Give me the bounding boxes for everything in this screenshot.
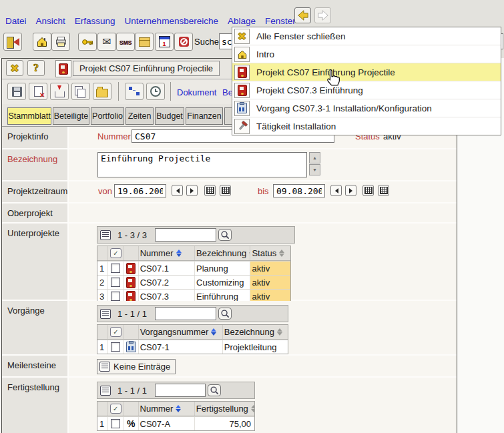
label-meilensteine: Meilensteine bbox=[2, 356, 69, 376]
menu-item-taetigkeit-installation[interactable]: Tätigkeit Installation bbox=[232, 117, 501, 135]
menu-unternehmensbereiche[interactable]: Unternehmensbereiche bbox=[125, 16, 218, 26]
history-button[interactable] bbox=[146, 83, 165, 100]
print-button[interactable] bbox=[51, 33, 70, 51]
mail-button[interactable] bbox=[97, 33, 116, 51]
fertigstellung-table: Nummer Fertigstellung 1 CS07-A 75,00 bbox=[97, 401, 255, 431]
label-fertigstellung: Fertigstellung bbox=[2, 378, 69, 433]
row-checkbox[interactable] bbox=[111, 264, 120, 273]
column-header-vorgangsnummer[interactable]: Vorgangsnummer bbox=[139, 325, 223, 339]
mini-calendar-icon bbox=[222, 187, 230, 194]
table-header: Vorgangsnummer Bezeichnung bbox=[97, 325, 288, 340]
row-checkbox[interactable] bbox=[111, 278, 120, 287]
menu-datei[interactable]: Datei bbox=[5, 16, 27, 26]
von-date-input[interactable] bbox=[114, 184, 166, 197]
unterprojekte-filter-input[interactable] bbox=[155, 228, 216, 242]
screen: Datei Ansicht Erfassung Unternehmensbere… bbox=[0, 0, 504, 433]
spinner-down-button[interactable]: ▼ bbox=[309, 164, 320, 175]
back-button[interactable] bbox=[294, 7, 311, 23]
home-button[interactable] bbox=[33, 33, 51, 51]
menu-fenster[interactable]: Fenster bbox=[265, 16, 296, 26]
table-row[interactable]: 2 CS07.2 Customizing aktiv bbox=[97, 275, 290, 289]
close-all-icon bbox=[234, 29, 250, 44]
von-next-day-button[interactable] bbox=[186, 185, 198, 196]
bis-prev-day-button[interactable] bbox=[330, 185, 342, 196]
menu-item-projekt-cs07[interactable]: Projekt CS07 Einführung Projectile bbox=[232, 63, 501, 81]
column-header-bezeichnung[interactable]: Bezeichnung bbox=[223, 325, 288, 339]
table-row[interactable]: 1 CS07-1 Projektleitung bbox=[97, 340, 288, 354]
list-menu-button[interactable] bbox=[97, 309, 111, 319]
select-all-icon[interactable] bbox=[110, 327, 121, 337]
list-menu-button[interactable] bbox=[97, 386, 111, 396]
tab-finanzen[interactable]: Finanzen bbox=[186, 107, 223, 125]
menu-item-projekt-cs073[interactable]: Projekt CS07.3 Einführung bbox=[232, 81, 501, 99]
menu-item-vorgang-cs073-1[interactable]: Vorgang CS07.3-1 Installation/Konfigurat… bbox=[232, 99, 501, 117]
meilensteine-empty-box[interactable]: Keine Einträge bbox=[97, 359, 176, 374]
forward-button[interactable] bbox=[314, 7, 331, 23]
magnifier-icon bbox=[220, 309, 230, 319]
tab-beteiligte[interactable]: Beteiligte bbox=[53, 107, 89, 125]
menu-ablage[interactable]: Ablage bbox=[228, 16, 256, 26]
bezeichnung-textarea[interactable]: Einführung Projectile bbox=[97, 152, 307, 177]
column-header-fertigstellung[interactable]: Fertigstellung bbox=[195, 402, 254, 416]
menu-item-intro[interactable]: Intro bbox=[232, 45, 501, 63]
label-oberprojekt: Oberprojekt bbox=[2, 203, 69, 222]
list-menu-button[interactable] bbox=[97, 230, 111, 240]
cell-bezeichnung: Customizing bbox=[195, 276, 250, 289]
list-icon bbox=[100, 386, 111, 396]
tab-zeiten[interactable]: Zeiten bbox=[125, 107, 154, 125]
sms-button[interactable] bbox=[116, 33, 135, 51]
column-header-bezeichnung[interactable]: Bezeichnung bbox=[195, 246, 250, 260]
archive-box-button[interactable] bbox=[135, 33, 154, 51]
workflow-button[interactable] bbox=[125, 83, 144, 100]
unterprojekte-search-button[interactable] bbox=[218, 229, 232, 241]
close-window-button[interactable] bbox=[6, 60, 23, 76]
menu-dokument[interactable]: Dokument bbox=[177, 87, 216, 97]
delete-button[interactable] bbox=[29, 83, 47, 100]
fertigstellung-search-button[interactable] bbox=[208, 384, 221, 396]
row-checkbox[interactable] bbox=[111, 342, 120, 352]
calendar-button[interactable] bbox=[155, 33, 174, 51]
bis-calendar-button[interactable] bbox=[362, 185, 374, 196]
forward-arrow-icon bbox=[316, 9, 330, 21]
menu-ansicht[interactable]: Ansicht bbox=[36, 16, 65, 26]
fertigstellung-filter-input[interactable] bbox=[155, 384, 206, 397]
copy-button[interactable] bbox=[71, 83, 90, 100]
tab-budget[interactable]: Budget bbox=[155, 107, 184, 125]
document-type-box bbox=[55, 60, 71, 77]
mini-calendar-icon bbox=[380, 187, 388, 194]
spinner-up-button[interactable]: ▲ bbox=[309, 152, 320, 163]
column-header-nummer[interactable]: Nummer bbox=[139, 246, 195, 260]
vorgaenge-search-button[interactable] bbox=[218, 308, 232, 320]
bis-date-input[interactable] bbox=[273, 184, 325, 197]
menu-item-alle-fenster-schliessen[interactable]: Alle Fenster schließen bbox=[232, 27, 501, 45]
row-checkbox[interactable] bbox=[111, 292, 120, 301]
projectile-logo-button[interactable] bbox=[3, 33, 22, 51]
table-row[interactable]: 1 CS07-A 75,00 bbox=[97, 416, 254, 430]
row-bezeichnung: Bezeichnung Einführung Projectile ▲ ▼ bbox=[2, 149, 457, 180]
help-button[interactable] bbox=[27, 60, 45, 76]
power-icon bbox=[179, 37, 189, 47]
select-all-icon[interactable] bbox=[110, 404, 121, 414]
column-header-status[interactable]: Status bbox=[250, 246, 290, 260]
tab-portfolio[interactable]: Portfolio bbox=[91, 107, 124, 125]
key-button[interactable] bbox=[78, 33, 97, 51]
row-checkbox[interactable] bbox=[111, 419, 120, 428]
prev-icon bbox=[174, 188, 180, 193]
von-prev-day-button[interactable] bbox=[172, 185, 183, 196]
save-button[interactable] bbox=[7, 83, 26, 100]
table-row[interactable]: 1 CS07.1 Planung aktiv bbox=[97, 261, 290, 275]
tab-stammblatt[interactable]: Stammblatt bbox=[7, 107, 51, 125]
menu-item-label: Alle Fenster schließen bbox=[256, 31, 346, 41]
select-all-icon[interactable] bbox=[110, 248, 121, 258]
von-calendar-button[interactable] bbox=[204, 185, 216, 196]
checkin-button[interactable] bbox=[50, 83, 69, 100]
bis-calendar2-button[interactable] bbox=[378, 185, 389, 196]
logout-button[interactable] bbox=[174, 33, 193, 51]
vorgaenge-filter-input[interactable] bbox=[155, 307, 216, 320]
von-calendar2-button[interactable] bbox=[220, 185, 231, 196]
cell-nummer: CS07.2 bbox=[139, 276, 195, 289]
column-header-nummer[interactable]: Nummer bbox=[139, 402, 195, 416]
menu-erfassung[interactable]: Erfassung bbox=[75, 16, 115, 26]
bis-next-day-button[interactable] bbox=[345, 185, 356, 196]
open-folder-button[interactable] bbox=[93, 83, 111, 100]
